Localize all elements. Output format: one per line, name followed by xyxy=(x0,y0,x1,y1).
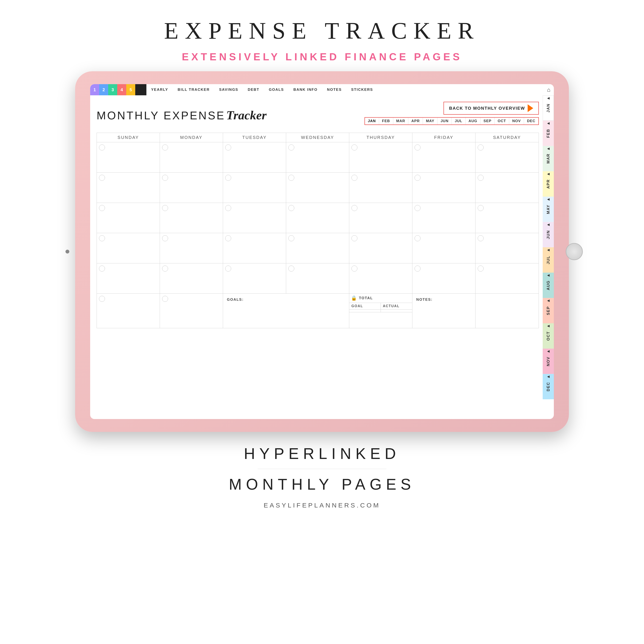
tablet-device: 1 2 3 4 5 YEARLY BILL TRACKER SAVINGS DE… xyxy=(75,71,569,432)
tab-black[interactable] xyxy=(135,84,146,95)
goals-label: GOALS: xyxy=(225,296,284,304)
sidebar-feb[interactable]: FEB xyxy=(543,121,554,146)
total-values-row xyxy=(349,310,412,312)
tab-numbers: 1 2 3 4 5 xyxy=(90,84,146,95)
tab-5[interactable]: 5 xyxy=(126,84,135,95)
cal-cell[interactable] xyxy=(160,173,223,203)
tab-1[interactable]: 1 xyxy=(90,84,99,95)
goal-value[interactable] xyxy=(349,310,381,312)
month-btn-oct[interactable]: OCT xyxy=(495,118,509,125)
month-btn-dec[interactable]: DEC xyxy=(524,118,538,125)
month-btn-may[interactable]: MAY xyxy=(423,118,437,125)
day-thursday: THURSDAY xyxy=(349,133,412,142)
nav-goals[interactable]: GOALS xyxy=(264,88,289,92)
nav-bank-info[interactable]: BANK INFO xyxy=(289,88,322,92)
cal-cell-sat-last[interactable] xyxy=(475,294,539,328)
cal-cell[interactable] xyxy=(475,173,539,203)
cal-cell[interactable] xyxy=(97,263,160,293)
month-btn-apr[interactable]: APR xyxy=(408,118,423,125)
home-button[interactable] xyxy=(566,243,583,260)
back-arrow-icon xyxy=(528,104,533,112)
back-to-monthly-button[interactable]: BACK TO MONTHLY OVERVIEW xyxy=(444,102,539,115)
cal-cell[interactable] xyxy=(223,233,286,263)
cal-cell[interactable] xyxy=(160,203,223,233)
sidebar-jul[interactable]: JUL xyxy=(543,247,554,273)
cal-cell[interactable] xyxy=(475,142,539,172)
month-btn-jul[interactable]: JUL xyxy=(452,118,465,125)
cal-cell[interactable] xyxy=(412,263,475,293)
divider xyxy=(258,469,386,469)
cal-cell-sun-last[interactable] xyxy=(97,294,160,328)
sidebar-dec[interactable]: DEC xyxy=(543,374,554,399)
tab-2[interactable]: 2 xyxy=(99,84,108,95)
sidebar-may[interactable]: MAY xyxy=(543,197,554,222)
cal-cell[interactable] xyxy=(349,263,412,293)
month-btn-sep[interactable]: SEP xyxy=(480,118,495,125)
goals-section[interactable]: GOALS: xyxy=(223,294,286,328)
cal-row-3 xyxy=(97,203,539,233)
sidebar-apr[interactable]: APR xyxy=(543,171,554,197)
cal-cell[interactable] xyxy=(286,203,349,233)
month-btn-aug[interactable]: AUG xyxy=(466,118,481,125)
cal-cell[interactable] xyxy=(97,203,160,233)
cal-cell[interactable] xyxy=(160,142,223,172)
cal-cell[interactable] xyxy=(349,173,412,203)
page-title: MONTHLY EXPENSE Tracker xyxy=(97,108,267,122)
month-btn-jan[interactable]: JAN xyxy=(365,118,379,125)
cal-row-2 xyxy=(97,173,539,203)
month-btn-mar[interactable]: MAR xyxy=(393,118,409,125)
month-btn-nov[interactable]: NOV xyxy=(509,118,524,125)
cal-cell[interactable] xyxy=(223,203,286,233)
nav-debt[interactable]: DEBT xyxy=(243,88,264,92)
notes-section[interactable]: NOTES: xyxy=(412,294,475,328)
cal-cell[interactable] xyxy=(286,233,349,263)
cal-cell[interactable] xyxy=(223,173,286,203)
nav-savings[interactable]: SAVINGS xyxy=(214,88,243,92)
nav-notes[interactable]: NOTES xyxy=(322,88,346,92)
calendar: SUNDAY MONDAY TUESDAY WEDNESDAY THURSDAY… xyxy=(97,133,539,328)
cal-cell[interactable] xyxy=(412,142,475,172)
cal-cell[interactable] xyxy=(286,173,349,203)
cal-cell[interactable] xyxy=(475,263,539,293)
goals-section-2[interactable] xyxy=(286,294,349,328)
cal-cell[interactable] xyxy=(160,263,223,293)
sidebar-oct[interactable]: OCT xyxy=(543,323,554,349)
cal-cell[interactable] xyxy=(475,203,539,233)
sidebar-aug[interactable]: AUG xyxy=(543,273,554,298)
cal-cell[interactable] xyxy=(223,142,286,172)
month-btn-feb[interactable]: FEB xyxy=(379,118,393,125)
tab-4[interactable]: 4 xyxy=(117,84,126,95)
cal-cell[interactable] xyxy=(412,203,475,233)
cal-cell[interactable] xyxy=(97,233,160,263)
website-label: EASYLIFEPLANNERS.COM xyxy=(264,502,380,509)
sidebar-jun[interactable]: JUN xyxy=(543,222,554,247)
cal-cell[interactable] xyxy=(475,233,539,263)
month-btn-jun[interactable]: JUN xyxy=(437,118,452,125)
total-section: 🔒 TOTAL GOAL ACTUAL xyxy=(349,294,412,328)
cal-cell[interactable] xyxy=(160,233,223,263)
nav-bill-tracker[interactable]: BILL TRACKER xyxy=(173,88,214,92)
sidebar-nov[interactable]: NOV xyxy=(543,349,554,374)
cal-cell[interactable] xyxy=(412,233,475,263)
sidebar-mar[interactable]: MAR xyxy=(543,146,554,171)
actual-value[interactable] xyxy=(381,310,412,312)
sidebar-jan[interactable]: JAN xyxy=(543,95,554,121)
actual-label: ACTUAL xyxy=(381,303,412,309)
cal-cell[interactable] xyxy=(286,142,349,172)
cal-cell[interactable] xyxy=(97,173,160,203)
cal-cell[interactable] xyxy=(349,233,412,263)
nav-stickers[interactable]: STICKERS xyxy=(346,88,378,92)
cal-cell[interactable] xyxy=(223,263,286,293)
calendar-header: SUNDAY MONDAY TUESDAY WEDNESDAY THURSDAY… xyxy=(97,133,539,142)
cal-cell[interactable] xyxy=(349,142,412,172)
cal-cell[interactable] xyxy=(97,142,160,172)
cal-cell[interactable] xyxy=(349,203,412,233)
nav-yearly[interactable]: YEARLY xyxy=(146,88,173,92)
lock-icon: 🔒 xyxy=(351,295,357,301)
tab-3[interactable]: 3 xyxy=(108,84,117,95)
cal-cell[interactable] xyxy=(412,173,475,203)
cal-cell-mon-last[interactable] xyxy=(160,294,223,328)
cal-cell[interactable] xyxy=(286,263,349,293)
sidebar-sep[interactable]: SEP xyxy=(543,298,554,323)
home-nav-icon[interactable]: ⌂ xyxy=(544,87,554,93)
